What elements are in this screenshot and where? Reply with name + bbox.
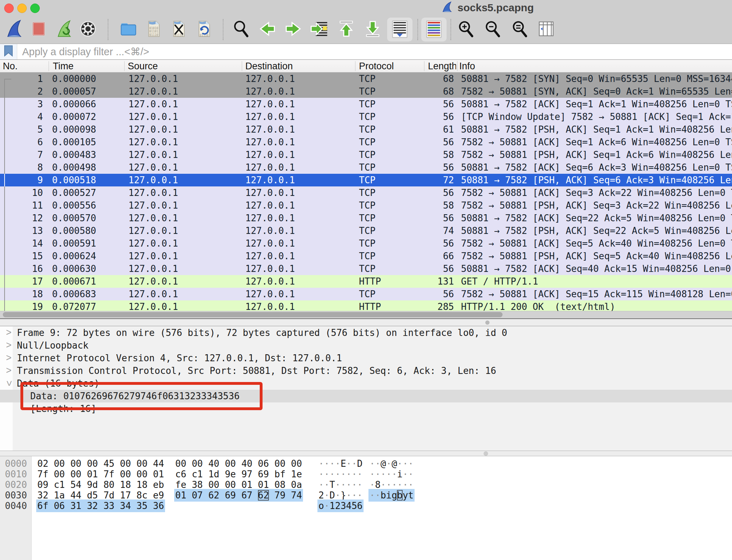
reload-document-icon: 01110 <box>194 18 214 41</box>
packet-row-13[interactable]: 130.000580127.0.0.1127.0.0.1TCP7450881 →… <box>0 224 732 237</box>
stop-capture-button[interactable] <box>26 18 51 42</box>
packet-row-16[interactable]: 160.000630127.0.0.1127.0.0.1TCP5650881 →… <box>0 262 732 275</box>
packet-cell-src: 127.0.0.1 <box>128 186 234 199</box>
display-filter-input[interactable] <box>17 44 732 59</box>
hex-bytes-group-1[interactable]: 02 00 00 00 45 00 00 44 <box>37 458 164 469</box>
ascii-group-1[interactable]: 2·D·}··· <box>318 490 362 501</box>
packet-row-8[interactable]: 80.000498127.0.0.1127.0.0.1TCP5650881 → … <box>0 161 732 174</box>
column-header-length[interactable]: Length <box>428 60 456 72</box>
detail-tree-row[interactable]: >Frame 9: 72 bytes on wire (576 bits), 7… <box>0 326 732 339</box>
ascii-group-2[interactable]: ·····i·· <box>370 469 414 479</box>
packet-row-2[interactable]: 20.000057127.0.0.1127.0.0.1TCP687582 → 5… <box>0 85 732 98</box>
save-file-button[interactable]: 010100110101110 <box>141 18 166 42</box>
zoom-out-button[interactable] <box>480 18 505 42</box>
zoom-in-button[interactable] <box>453 18 478 42</box>
ascii-group-1[interactable]: ········ <box>318 469 362 479</box>
chevron-collapsed-icon[interactable]: > <box>4 352 13 364</box>
list-detail-splitter-handle[interactable] <box>485 320 490 325</box>
go-first-packet-button[interactable] <box>334 18 359 42</box>
packet-row-14[interactable]: 140.000591127.0.0.1127.0.0.1TCP567582 → … <box>0 237 732 250</box>
packet-row-10[interactable]: 100.000527127.0.0.1127.0.0.1TCP567582 → … <box>0 186 732 199</box>
column-header-info[interactable]: Info <box>459 60 475 72</box>
filter-bookmark-button[interactable] <box>0 44 17 59</box>
go-back-button[interactable] <box>255 18 280 42</box>
packet-cell-dst: 127.0.0.1 <box>245 85 351 98</box>
toolbar-separator <box>223 19 223 40</box>
column-header-no[interactable]: No. <box>3 60 18 72</box>
column-separator[interactable] <box>424 61 424 71</box>
chevron-collapsed-icon[interactable]: > <box>4 364 13 377</box>
column-separator[interactable] <box>49 61 49 71</box>
ascii-group-1[interactable]: ····E··D <box>318 458 362 469</box>
packet-row-7[interactable]: 70.000483127.0.0.1127.0.0.1TCP587582 → 5… <box>0 148 732 161</box>
packet-row-11[interactable]: 110.000556127.0.0.1127.0.0.1TCP587582 → … <box>0 199 732 212</box>
column-separator[interactable] <box>242 61 242 71</box>
packet-cell-time: 0.000518 <box>52 174 126 186</box>
go-to-packet-button[interactable] <box>307 18 332 42</box>
packet-list-hscrollbar-thumb[interactable] <box>3 312 503 317</box>
chevron-collapsed-icon[interactable]: > <box>4 326 13 339</box>
column-header-time[interactable]: Time <box>53 60 74 72</box>
open-file-button[interactable] <box>116 18 141 42</box>
column-header-protocol[interactable]: Protocol <box>359 60 394 72</box>
hex-bytes-group-2[interactable]: 00 00 40 00 40 06 00 00 <box>175 458 302 469</box>
packet-row-4[interactable]: 40.000072127.0.0.1127.0.0.1TCP56[TCP Win… <box>0 110 732 123</box>
resize-columns-button[interactable] <box>534 18 559 42</box>
packet-row-5[interactable]: 50.000098127.0.0.1127.0.0.1TCP6150881 → … <box>0 123 732 136</box>
column-separator[interactable] <box>355 61 355 71</box>
close-file-button[interactable]: 01110 <box>166 18 191 42</box>
find-packet-button[interactable] <box>228 18 254 42</box>
detail-tree-row[interactable]: >Transmission Control Protocol, Src Port… <box>0 364 732 377</box>
column-header-source[interactable]: Source <box>128 60 158 72</box>
packet-cell-no: 19 <box>11 300 43 311</box>
chevron-collapsed-icon[interactable]: > <box>4 339 13 352</box>
colorize-toggle[interactable] <box>421 18 447 42</box>
list-detail-splitter[interactable] <box>0 319 732 326</box>
packet-row-1[interactable]: 10.000000127.0.0.1127.0.0.1TCP6850881 → … <box>0 72 732 85</box>
packet-row-3[interactable]: 30.000066127.0.0.1127.0.0.1TCP5650881 → … <box>0 98 732 110</box>
reload-file-button[interactable]: 01110 <box>191 18 217 42</box>
column-separator[interactable] <box>124 61 125 71</box>
packet-cell-no: 1 <box>11 72 43 85</box>
detail-tree-row[interactable]: >Internet Protocol Version 4, Src: 127.0… <box>0 352 732 364</box>
hex-bytes-group-1[interactable]: 6f 06 31 32 33 34 35 36 <box>37 501 164 511</box>
column-separator[interactable] <box>457 61 458 71</box>
detail-tree-row[interactable]: >Null/Loopback <box>0 339 732 352</box>
column-header-destination[interactable]: Destination <box>245 60 293 72</box>
packet-row-12[interactable]: 120.000570127.0.0.1127.0.0.1TCP5650881 →… <box>0 212 732 224</box>
packet-row-15[interactable]: 150.000624127.0.0.1127.0.0.1TCP667582 → … <box>0 250 732 262</box>
start-capture-button[interactable] <box>2 18 27 42</box>
go-last-packet-button[interactable] <box>360 18 385 42</box>
ascii-group-1[interactable]: ··T····· <box>318 479 362 490</box>
packet-row-6[interactable]: 60.000105127.0.0.1127.0.0.1TCP567582 → 5… <box>0 136 732 148</box>
hex-bytes-group-2[interactable]: c6 c1 1d 9e 97 69 bf 1e <box>175 469 302 479</box>
hex-bytes-group-2[interactable]: 01 07 62 69 67 62 79 74 <box>175 490 302 501</box>
ascii-group-2[interactable]: ··bigbyt <box>370 490 414 501</box>
detail-bytes-splitter[interactable] <box>0 451 732 456</box>
packet-cell-time: 0.000580 <box>52 224 126 237</box>
packet-cell-time: 0.000498 <box>52 161 126 174</box>
hovered-byte[interactable]: 62 <box>258 490 269 501</box>
ascii-group-2[interactable]: ··@·@··· <box>370 458 414 469</box>
hex-bytes-group-1[interactable]: 32 1a 44 d5 7d 17 8c e9 <box>37 490 164 501</box>
packet-row-19[interactable]: 190.072077127.0.0.1127.0.0.1HTTP285HTTP/… <box>0 300 732 311</box>
ascii-group-1[interactable]: o·123456 <box>318 501 362 511</box>
packet-row-18[interactable]: 180.000683127.0.0.1127.0.0.1TCP567582 → … <box>0 288 732 300</box>
close-window-button[interactable] <box>4 4 14 13</box>
go-forward-button[interactable] <box>280 18 306 42</box>
minimize-window-button[interactable] <box>17 4 27 13</box>
detail-bytes-splitter-handle[interactable] <box>484 451 488 456</box>
hex-bytes-group-1[interactable]: 7f 00 00 01 7f 00 00 01 <box>37 469 164 479</box>
capture-options-button[interactable] <box>75 18 101 42</box>
zoom-reset-button[interactable] <box>507 18 532 42</box>
zoom-window-button[interactable] <box>30 4 40 13</box>
hex-bytes-group-2[interactable]: fe 38 00 00 01 01 08 0a <box>175 479 302 490</box>
restart-capture-button[interactable] <box>52 18 77 42</box>
chevron-expanded-icon[interactable]: > <box>2 379 15 388</box>
packet-row-9[interactable]: 90.000518127.0.0.1127.0.0.1TCP7250881 → … <box>0 174 732 186</box>
packet-row-17[interactable]: 170.000671127.0.0.1127.0.0.1HTTP131GET /… <box>0 275 732 288</box>
ascii-group-2[interactable]: ·8······ <box>370 479 414 490</box>
packet-cell-no: 12 <box>11 212 43 224</box>
auto-scroll-toggle[interactable] <box>387 18 412 42</box>
hex-bytes-group-1[interactable]: 09 c1 54 9d 80 18 18 eb <box>37 479 164 490</box>
